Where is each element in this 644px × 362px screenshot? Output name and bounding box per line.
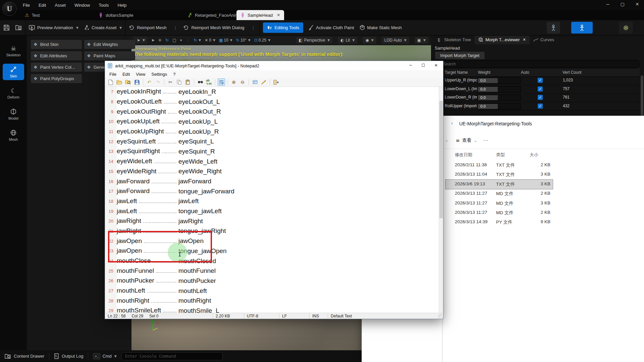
rotation-snap-control[interactable]: ↻10°▼ [236,38,251,43]
text-line[interactable]: 19 jawLeft tongue_jawLeft [105,206,439,216]
actor-snap-control[interactable]: ✕0▼ [205,38,215,43]
resize-grip[interactable] [438,314,443,318]
content-drawer-button[interactable]: Content Drawer [0,350,49,362]
scheme-icon[interactable] [251,78,259,86]
sidebar-mode-item[interactable]: Model [3,106,24,122]
file-column-header[interactable]: 修改日期 [455,152,472,158]
morph-column-header[interactable]: Vert Count [562,70,582,75]
auto-checkbox[interactable]: ✓ [538,95,543,100]
screenshot-dropdown[interactable]: ▣▼ [415,37,428,44]
morph-column-header[interactable]: Target Name [445,70,468,75]
reimport-dialog-options-icon[interactable]: ⋮ [251,25,256,30]
exit-icon[interactable] [272,78,280,86]
lod-dropdown[interactable]: LOD Auto▼ [382,37,409,44]
morph-table-row[interactable]: LowerDown_R (Imp 0.0 ✓ 761 [431,94,640,102]
text-line[interactable]: 9 eyeLookOutRight eyeLookOut_R [105,107,439,117]
menu-item[interactable]: Window [70,0,94,10]
text-line[interactable]: 27 mouthLeft mouthLeft [105,286,439,296]
menu-item[interactable]: File [18,0,34,10]
file-column-header[interactable]: 大小 [530,152,538,158]
make-static-mesh-button[interactable]: Make Static Mesh [360,25,402,31]
asset-tab[interactable]: ⚠ Test [21,10,44,20]
morph-column-header[interactable]: Weight [478,70,490,75]
sidebar-mode-item[interactable]: ☾ Deform [3,85,24,101]
maximize-icon[interactable]: ☐ [417,61,430,70]
world-local-toggle-icon[interactable]: ⌖ [180,38,182,43]
text-line[interactable]: 25 mouthFunnel mouthFunnel [105,266,439,276]
text-line[interactable]: 26 mouthPucker mouthPucker [105,276,439,286]
file-row[interactable]: 2026/3/6 19:13 TXT 文件 3 KB [445,180,553,189]
customize-scheme-icon[interactable] [260,78,267,86]
word-wrap-icon[interactable] [218,78,225,86]
cmd-dropdown[interactable]: >_ Cmd ▼ [88,350,121,362]
replace-icon[interactable]: ab↳ac [205,78,213,86]
lit-dropdown[interactable]: ◐Lit▼ [338,37,357,44]
save-icon[interactable] [3,24,10,31]
morph-table-row[interactable]: UpperUp_R (Importe 0.0 ✓ 1,023 [431,76,640,85]
undo-icon[interactable]: ↶ [146,78,153,86]
snap-rotate-icon[interactable]: ↻▼ [194,38,201,43]
menu-item[interactable]: Help [113,0,131,10]
move-tool-icon[interactable]: ✛ [158,38,162,43]
open-file-icon[interactable] [116,78,123,86]
right-panel-tab[interactable]: Skeleton Tree [434,35,475,44]
redo-icon[interactable]: ↷ [154,78,162,86]
tool-button[interactable]: ❖ Paint Maps [84,51,135,60]
morph-table-row[interactable]: RollUpper (Imported 0.0 ✓ 432 [431,102,640,111]
minimize-icon[interactable]: ─ [604,0,612,9]
paste-icon[interactable] [184,78,192,86]
copy-icon[interactable] [175,78,183,86]
chevron-down-icon[interactable]: ⌄ [445,138,448,142]
morph-table-row[interactable]: LowerDown_L (Imp 0.0 ✓ 757 [431,85,640,94]
sidebar-mode-item[interactable]: Mesh [3,127,24,143]
tool-button[interactable]: ❖ Edit Weights [84,40,135,49]
weight-slider[interactable]: 0.0 [477,95,521,101]
text-line[interactable]: 7 eyeLookInRight eyeLookIn_R [105,87,439,97]
weight-slider[interactable]: 0.0 [477,77,521,84]
save-file-icon[interactable] [133,78,141,86]
text-line[interactable]: 16 jawForward jawForward [105,176,439,186]
tool-button[interactable]: ❖ Edit Attributes [31,51,82,60]
editing-tools-button[interactable]: Editing Tools [263,22,303,33]
tool-button[interactable]: ❖ Paint PolyGroups [31,74,82,83]
console-command-input[interactable]: Enter Console Command [121,352,223,360]
morph-column-header[interactable]: Auto [521,70,529,75]
menu-item[interactable]: Tools [94,0,113,10]
grid-snap-control[interactable]: ▦10▼ [219,38,232,43]
find-icon[interactable] [197,78,204,86]
browse-file-icon[interactable] [124,78,132,86]
file-column-header[interactable]: 类型 [496,152,505,158]
auto-checkbox[interactable]: ✓ [538,86,543,92]
notepad-scrollbar[interactable] [439,87,443,313]
menu-item[interactable]: Asset [50,0,70,10]
text-line[interactable]: 17 jawForward tongue_jawForward [105,186,439,196]
import-morph-target-button[interactable]: Import Morph Target [435,51,485,60]
show-flags-dropdown[interactable]: ◉▼ [363,37,376,44]
tool-button[interactable]: ❖ Bind Skin [31,40,82,49]
text-line[interactable]: 14 eyeWideLeft eyeWide_Left [105,157,439,167]
text-line[interactable]: 13 eyeSquintRight eyeSquint_R [105,146,439,157]
select-tool-icon[interactable]: ➤ [151,38,155,43]
text-editor-area[interactable]: 7 eyeLookInRight eyeLookIn_R 8 eyeLookOu… [105,87,439,313]
close-icon[interactable]: ✕ [430,61,442,70]
view-button[interactable]: ≡ 查看 ⌄ [456,137,477,143]
zoom-out-icon[interactable]: ⊖ [239,78,246,86]
cut-icon[interactable]: ✂ [167,78,174,86]
cursor-tool-icon[interactable]: ➤▼ [134,37,148,44]
right-panel-tab[interactable]: Curves [530,35,558,44]
sidebar-mode-item[interactable]: Skin [3,64,24,80]
text-line[interactable]: 10 eyeLookUpLeft eyeLookUp_L [105,117,439,127]
rotate-tool-icon[interactable]: ↻ [165,38,169,43]
weight-slider[interactable]: 0.0 [477,86,521,93]
notepad-menu-item[interactable]: ? [170,72,178,77]
maximize-icon[interactable]: ▢ [619,0,627,9]
notepad-menu-item[interactable]: Edit [119,72,133,77]
notepad-menu-item[interactable]: File [106,72,119,77]
browse-asset-icon[interactable] [15,24,22,31]
retarget-toolbar-button[interactable] [571,22,593,34]
character-toolbar-button[interactable] [547,22,560,34]
breadcrumb-folder[interactable]: UE-MorphTarget-Retargeting-Tools [459,121,532,126]
output-log-button[interactable]: Output Log [49,350,88,362]
physics-toolbar-button[interactable] [619,22,633,34]
close-icon[interactable]: ✕ [633,0,641,9]
